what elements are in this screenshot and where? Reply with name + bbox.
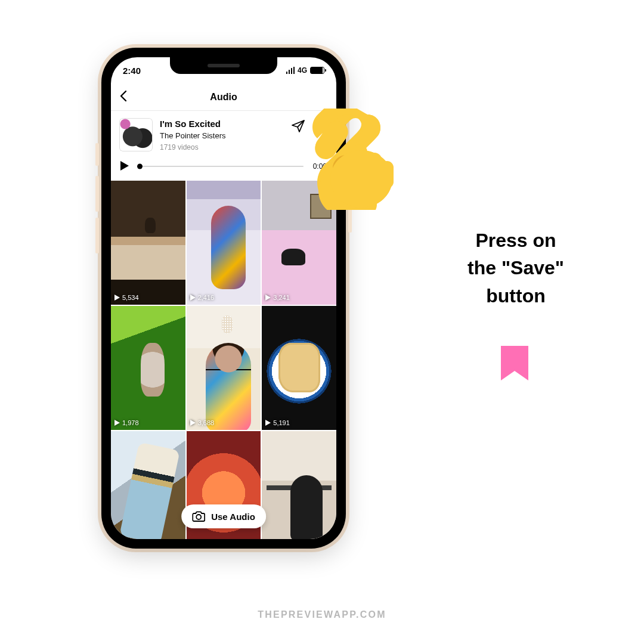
battery-icon	[310, 67, 324, 74]
status-time: 2:40	[123, 66, 141, 76]
app-header: Audio	[111, 83, 336, 111]
save-button[interactable]	[316, 119, 328, 136]
play-icon	[190, 420, 196, 426]
player-time: 0:00	[313, 162, 327, 171]
signal-icon	[286, 67, 295, 74]
instruction-line: button	[429, 282, 602, 309]
network-label: 4G	[298, 66, 307, 75]
notch	[170, 57, 277, 74]
svg-rect-4	[367, 153, 382, 185]
view-count: 1,978	[114, 419, 139, 426]
share-button[interactable]	[291, 119, 305, 135]
svg-point-0	[196, 515, 201, 519]
video-tile[interactable]: 3,241	[262, 181, 336, 305]
back-button[interactable]	[119, 90, 128, 104]
view-count: 3,241	[265, 294, 290, 301]
watermark: THEPREVIEWAPP.COM	[0, 609, 644, 620]
side-button	[95, 143, 99, 166]
audio-meta: I'm So Excited The Pointer Sisters 1719 …	[160, 118, 284, 153]
chevron-left-icon	[119, 90, 128, 102]
video-tile[interactable]: 5,534	[111, 181, 185, 305]
page-title: Audio	[210, 92, 237, 103]
use-audio-label: Use Audio	[211, 512, 255, 522]
play-button[interactable]	[120, 161, 129, 172]
view-count: 2,416	[190, 294, 215, 301]
side-button	[95, 176, 99, 212]
view-count: 5,534	[114, 294, 139, 301]
seek-slider[interactable]	[138, 166, 304, 167]
bookmark-icon	[316, 119, 328, 134]
view-count: 5,191	[265, 419, 290, 426]
audio-artist[interactable]: The Pointer Sisters	[160, 131, 284, 141]
screen: 2:40 4G Audio I'm So Excited The Pointer…	[111, 57, 336, 539]
audio-cover[interactable]	[119, 118, 153, 151]
view-count: 3,688	[190, 419, 215, 426]
share-icon	[291, 119, 305, 132]
view-count-label: 3,241	[273, 294, 290, 301]
instruction-text: Press on the "Save" button	[429, 227, 602, 309]
camera-icon	[192, 510, 205, 522]
svg-rect-3	[352, 144, 367, 180]
instruction-line: Press on	[429, 227, 602, 254]
status-right: 4G	[286, 66, 324, 75]
audio-info: I'm So Excited The Pointer Sisters 1719 …	[111, 111, 336, 155]
video-tile[interactable]: 2,416	[187, 181, 261, 305]
play-icon	[265, 295, 271, 301]
video-tile[interactable]: 3,688	[187, 306, 261, 430]
side-button	[348, 179, 352, 233]
video-tile[interactable]	[111, 431, 185, 539]
view-count-label: 2,416	[198, 294, 215, 301]
view-count-label: 3,688	[198, 419, 215, 426]
instruction-line: the "Save"	[429, 254, 602, 281]
video-tile[interactable]: 1,978	[111, 306, 185, 430]
play-icon	[265, 420, 271, 426]
bookmark-icon	[501, 346, 528, 383]
audio-title: I'm So Excited	[160, 118, 284, 130]
video-tile[interactable]	[262, 431, 336, 539]
view-count-label: 5,534	[122, 294, 139, 301]
audio-player: 0:00	[111, 155, 336, 181]
play-icon	[114, 420, 120, 426]
play-icon	[190, 295, 196, 301]
side-button	[95, 218, 99, 253]
phone-mockup: 2:40 4G Audio I'm So Excited The Pointer…	[101, 48, 346, 549]
use-audio-button[interactable]: Use Audio	[181, 504, 266, 528]
view-count-label: 5,191	[273, 419, 290, 426]
video-grid: 5,534 2,416 3,241 1,978	[111, 181, 336, 539]
svg-rect-5	[380, 161, 394, 188]
audio-video-count: 1719 videos	[160, 143, 284, 153]
play-icon	[120, 161, 129, 171]
video-tile[interactable]: Philly Cheesesteak 🥩 5,191	[262, 306, 336, 430]
audio-actions	[291, 118, 328, 136]
view-count-label: 1,978	[122, 419, 139, 426]
play-icon	[114, 295, 120, 301]
